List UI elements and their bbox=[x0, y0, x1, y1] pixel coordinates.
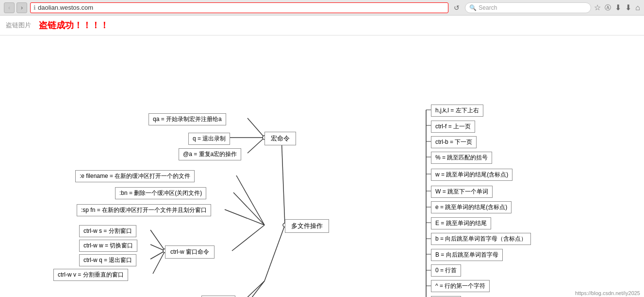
node-ctrlw-v: ctrl-w v = 分割垂直的窗口 bbox=[53, 269, 128, 281]
node-ctrlf: ctrl-f = 上一页 bbox=[431, 121, 475, 133]
node-E: E = 跳至单词的结尾 bbox=[431, 217, 491, 229]
node-file-e: :e filename = 在新的缓冲区打开一个的文件 bbox=[75, 170, 195, 182]
node-ctrlw-s: ctrl-w s = 分割窗口 bbox=[79, 225, 136, 237]
forward-button[interactable]: › bbox=[17, 2, 27, 13]
svg-line-8 bbox=[150, 245, 165, 251]
hotlink-success: 盗链成功！！！！ bbox=[39, 19, 109, 31]
address-bar[interactable]: ℹ daolian.westos.com bbox=[30, 2, 448, 13]
page-header: 盗链图片 盗链成功！！！！ bbox=[0, 16, 644, 35]
node-ctrlw: ctrl-w 窗口命令 bbox=[165, 245, 215, 259]
back-button[interactable]: ‹ bbox=[4, 2, 15, 13]
svg-line-0 bbox=[248, 118, 264, 138]
node-caret: ^ = 行的第一个字符 bbox=[431, 280, 490, 292]
node-B: B = 向后跳至单词首字母 bbox=[431, 249, 503, 261]
reader-icon[interactable]: Ⓐ bbox=[605, 3, 611, 12]
home-icon[interactable]: ⌂ bbox=[635, 3, 640, 12]
node-b: b = 向后跳至单词首字母（含标点） bbox=[431, 233, 531, 245]
address-text: daolian.westos.com bbox=[38, 4, 93, 11]
page-footer: https://blog.csdn.net/iy2025 bbox=[575, 290, 640, 296]
svg-line-13 bbox=[244, 281, 264, 297]
browser-icons: ☆ Ⓐ ⬇ ⬇ ⌂ bbox=[594, 3, 640, 12]
download-icon[interactable]: ⬇ bbox=[625, 3, 631, 12]
node-file-bn: :bn = 删除一个缓冲区(关闭文件) bbox=[115, 187, 206, 199]
svg-line-7 bbox=[150, 230, 165, 251]
svg-line-2 bbox=[248, 138, 264, 153]
node-macro-at: @a = 重复a宏的操作 bbox=[179, 148, 241, 160]
search-input[interactable]: 🔍 Search bbox=[465, 2, 591, 13]
node-ctrlw-w: ctrl-w w = 切换窗口 bbox=[79, 240, 137, 252]
node-0: 0 = 行首 bbox=[431, 264, 461, 277]
node-percent: % = 跳至匹配的括号 bbox=[431, 152, 492, 164]
node-file-sp: :sp fn = 在新的缓冲区打开一个文件并且划分窗口 bbox=[77, 204, 211, 216]
pocket-icon[interactable]: ⬇ bbox=[615, 3, 621, 12]
node-ctrlw-q: ctrl-w q = 退出窗口 bbox=[79, 254, 136, 266]
node-macro: 宏命令 bbox=[264, 132, 296, 145]
search-icon: 🔍 bbox=[469, 4, 477, 11]
page-content: 盗链图片 盗链成功！！！！ bbox=[0, 16, 644, 297]
svg-line-9 bbox=[150, 251, 165, 259]
node-w: w = 跳至单词的结尾(含标点) bbox=[431, 169, 512, 181]
node-W: W = 跳至下一个单词 bbox=[431, 186, 493, 198]
svg-line-6 bbox=[225, 210, 264, 225]
svg-line-11 bbox=[232, 225, 264, 251]
nav-buttons: ‹ › bbox=[4, 2, 27, 13]
mindmap: 宏命令 qa = 开始录制宏并注册给a q = 退出录制 @a = 重复a宏的操… bbox=[0, 35, 644, 297]
search-placeholder: Search bbox=[479, 4, 497, 11]
svg-line-15 bbox=[264, 225, 285, 281]
svg-line-14 bbox=[240, 281, 264, 297]
node-multifile: 多文件操作 bbox=[285, 219, 329, 233]
node-macro-qa: qa = 开始录制宏并注册给a bbox=[149, 113, 226, 125]
svg-line-10 bbox=[153, 251, 165, 274]
svg-line-5 bbox=[233, 192, 264, 225]
node-hjkl: h,j,k,l = 左下上右 bbox=[431, 105, 483, 117]
refresh-button[interactable]: ↺ bbox=[451, 2, 462, 13]
node-e: e = 跳至单词的结尾(含标点) bbox=[431, 201, 512, 213]
node-macro-q: q = 退出录制 bbox=[188, 133, 230, 145]
hotlink-label: 盗链图片 bbox=[6, 21, 31, 30]
svg-line-4 bbox=[236, 175, 264, 225]
node-ctrlb: ctrl-b = 下一页 bbox=[431, 136, 477, 148]
browser-chrome: ‹ › ℹ daolian.westos.com ↺ 🔍 Search ☆ Ⓐ … bbox=[0, 0, 644, 16]
svg-line-3 bbox=[281, 138, 285, 225]
star-icon[interactable]: ☆ bbox=[594, 3, 601, 12]
